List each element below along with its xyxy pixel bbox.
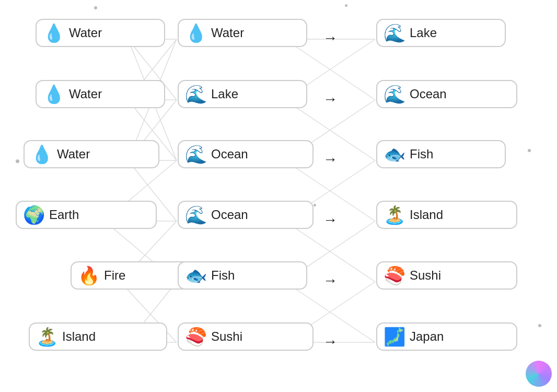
label-earth-1: Earth [49,207,79,222]
card-row4-col2[interactable]: 🌊 Ocean [178,201,314,229]
arrow-row5: → [323,272,338,289]
label-water-3: Water [69,87,102,101]
emoji-water-3: 💧 [43,85,65,103]
emoji-water-1: 💧 [43,24,65,42]
label-island-2: Island [62,329,96,344]
emoji-fish-2: 🐟 [185,267,207,284]
arrow-row1: → [323,30,338,47]
emoji-japan-1: 🗾 [384,328,405,345]
dot-3 [16,159,19,163]
card-row1-col1[interactable]: 💧 Water [36,19,165,47]
card-row2-col1[interactable]: 💧 Water [36,80,165,108]
arrow-row2: → [323,91,338,108]
label-ocean-3: Ocean [211,207,248,222]
label-japan-1: Japan [410,329,444,344]
card-row6-col3[interactable]: 🗾 Japan [376,322,517,351]
card-row2-col2[interactable]: 🌊 Lake [178,80,307,108]
card-row3-col3[interactable]: 🐟 Fish [376,140,506,168]
card-row2-col3[interactable]: 🌊 Ocean [376,80,517,108]
label-water-2: Water [211,26,244,40]
main-canvas: 💧 Water 💧 Water → 🌊 Lake 💧 Water 🌊 Lake … [0,0,557,392]
label-fire-1: Fire [104,268,125,283]
dot-1 [94,6,97,9]
emoji-lake-1: 🌊 [384,24,405,42]
emoji-sushi-1: 🍣 [384,267,405,284]
label-ocean-1: Ocean [410,87,447,101]
card-row6-col2[interactable]: 🍣 Sushi [178,322,314,351]
dot-6 [538,324,541,327]
emoji-ocean-1: 🌊 [384,85,405,103]
label-sushi-1: Sushi [410,268,441,283]
card-row6-col1[interactable]: 🏝️ Island [29,322,167,351]
label-fish-2: Fish [211,268,235,283]
card-row5-col2[interactable]: 🐟 Fish [178,261,307,290]
label-lake-2: Lake [211,87,238,101]
emoji-ocean-2: 🌊 [185,145,207,163]
emoji-ocean-3: 🌊 [185,206,207,224]
dot-5 [528,149,531,152]
card-row4-col1[interactable]: 🌍 Earth [16,201,157,229]
emoji-lake-2: 🌊 [185,85,207,103]
card-row3-col2[interactable]: 🌊 Ocean [178,140,314,168]
label-water-4: Water [57,147,90,162]
emoji-sushi-2: 🍣 [185,328,207,345]
emoji-fire-1: 🔥 [78,267,100,284]
card-row5-col1[interactable]: 🔥 Fire [71,261,191,290]
card-row1-col3[interactable]: 🌊 Lake [376,19,506,47]
label-island-1: Island [410,207,443,222]
label-water-1: Water [69,26,102,40]
emoji-island-2: 🏝️ [36,328,58,345]
label-sushi-2: Sushi [211,329,242,344]
brand-logo [526,361,552,387]
label-fish-1: Fish [410,147,433,162]
emoji-fish-1: 🐟 [384,145,405,163]
emoji-water-4: 💧 [31,145,53,163]
dot-2 [345,4,347,7]
emoji-earth-1: 🌍 [23,206,45,224]
label-lake-1: Lake [410,26,437,40]
emoji-island-1: 🏝️ [384,206,405,224]
label-ocean-2: Ocean [211,147,248,162]
emoji-water-2: 💧 [185,24,207,42]
card-row3-col1[interactable]: 💧 Water [24,140,159,168]
arrow-row6: → [323,333,338,350]
arrow-row3: → [323,151,338,168]
arrow-row4: → [323,212,338,228]
dot-4 [314,204,316,206]
card-row1-col2[interactable]: 💧 Water [178,19,307,47]
card-row5-col3[interactable]: 🍣 Sushi [376,261,517,290]
card-row4-col3[interactable]: 🏝️ Island [376,201,517,229]
